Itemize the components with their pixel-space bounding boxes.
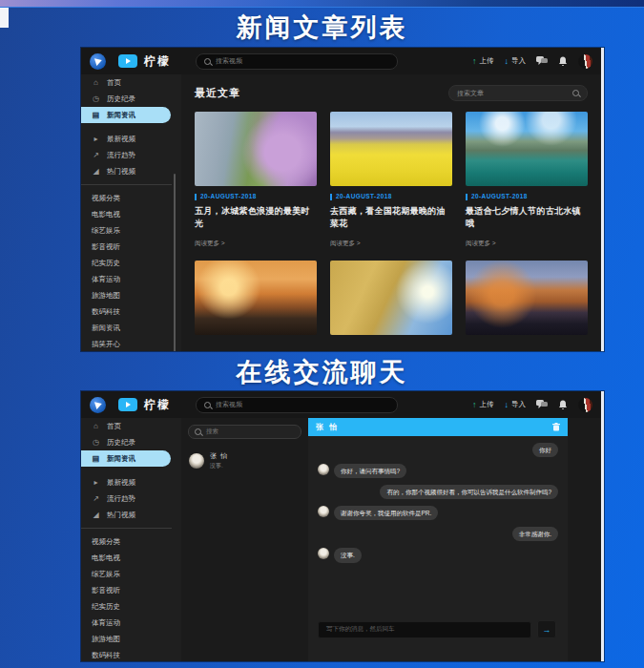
- sidebar-item-category[interactable]: 影音视听: [81, 582, 181, 598]
- sidebar-item-category[interactable]: 纪实历史: [81, 598, 181, 615]
- trash-icon[interactable]: [552, 423, 560, 431]
- contact-item[interactable]: 张 怡 没事.: [181, 448, 308, 474]
- article-image-building[interactable]: [330, 261, 452, 335]
- sidebar-item-category[interactable]: 体育运动: [81, 271, 181, 287]
- article-image-water-town[interactable]: [466, 112, 588, 186]
- message-row: 你好: [318, 443, 558, 457]
- sidebar-item-category[interactable]: 综艺娱乐: [81, 222, 181, 239]
- bell-icon[interactable]: [558, 400, 568, 410]
- article-title[interactable]: 去西藏，看全国花期最晚的油菜花: [330, 205, 452, 230]
- bell-icon[interactable]: [558, 56, 568, 67]
- sidebar-item-latest-videos[interactable]: ▸最新视频: [81, 131, 181, 147]
- conversation-title: 张 怡: [316, 422, 339, 432]
- sidebar: ⌂首页 ◷历史纪录 ▤新闻资讯 ▸最新视频 ↗流行趋势 ◢热门视频 视频分类 电…: [81, 74, 181, 351]
- messages-icon[interactable]: [536, 400, 548, 409]
- sender-avatar: [318, 464, 329, 475]
- sidebar-item-category[interactable]: 体育运动: [81, 615, 181, 631]
- chat-content: 搜索 张 怡 没事. 张 怡 你好 你好，请问有事情吗? 有的，你那个视频很好看…: [181, 418, 601, 661]
- sidebar-item-category[interactable]: 电影电视: [81, 550, 181, 566]
- sidebar-item-category[interactable]: 数码科技: [81, 303, 181, 320]
- message-row: 没事.: [318, 548, 558, 562]
- upload-button[interactable]: ↑ 上传: [472, 400, 494, 409]
- play-logo-icon[interactable]: [118, 54, 137, 68]
- sidebar-item-home[interactable]: ⌂首页: [81, 74, 181, 91]
- sidebar-item-category[interactable]: 电影电视: [81, 206, 181, 222]
- sidebar-item-news-active[interactable]: ▤新闻资讯: [81, 450, 171, 467]
- article-card[interactable]: [195, 261, 317, 335]
- sidebar-section-categories: 视频分类: [81, 190, 181, 206]
- app-navbar: 柠檬 搜索视频 ↑ 上传 ↓ 导入: [81, 48, 601, 75]
- chat-contact-list: 搜索 张 怡 没事.: [181, 418, 308, 661]
- message-row: 你好，请问有事情吗?: [318, 464, 558, 478]
- message-compose-row: 写下你的消息，然后回车 →: [318, 620, 556, 638]
- message-bubble-received: 没事.: [334, 548, 362, 562]
- sidebar-item-home[interactable]: ⌂首页: [81, 418, 181, 434]
- article-card[interactable]: [330, 261, 452, 335]
- sidebar-item-news-active[interactable]: ▤新闻资讯: [81, 107, 171, 123]
- video-search-input[interactable]: 搜索视频: [196, 53, 398, 70]
- app-window-news: 柠檬 搜索视频 ↑ 上传 ↓ 导入 ⌂首页 ◷历史纪录 ▤新闻资讯 ▸最新视频 …: [81, 48, 604, 351]
- article-date: 20-AUGUST-2018: [195, 194, 317, 200]
- import-icon: ↓: [505, 401, 509, 409]
- sidebar-item-category[interactable]: 数码科技: [81, 647, 181, 661]
- article-card[interactable]: [466, 261, 588, 335]
- news-content: 最近文章 搜索文章 20-AUGUST-2018 五月，冰城紫色浪漫的最美时光 …: [181, 74, 601, 351]
- home-icon: ⌂: [92, 78, 100, 87]
- app-logo[interactable]: [90, 53, 106, 70]
- article-image-harbor-sunset[interactable]: [195, 261, 317, 335]
- sidebar-item-hot-videos[interactable]: ◢热门视频: [81, 507, 181, 523]
- user-avatar[interactable]: [578, 398, 592, 412]
- sidebar-item-category[interactable]: 搞笑开心: [81, 336, 181, 351]
- video-search-input[interactable]: 搜索视频: [196, 397, 398, 413]
- send-button[interactable]: →: [537, 620, 556, 638]
- app-navbar: 柠檬 搜索视频 ↑ 上传 ↓ 导入: [81, 391, 601, 419]
- messages-icon[interactable]: [536, 56, 548, 66]
- message-bubble-sent: 非常感谢你.: [512, 527, 558, 541]
- sidebar-item-category[interactable]: 综艺娱乐: [81, 566, 181, 582]
- article-card[interactable]: 20-AUGUST-2018 最适合七夕情人节的古北水镇哦 阅读更多 >: [466, 112, 588, 248]
- article-card[interactable]: 20-AUGUST-2018 去西藏，看全国花期最晚的油菜花 阅读更多 >: [330, 112, 452, 248]
- conversation-pane: 张 怡 你好 你好，请问有事情吗? 有的，你那个视频很好看，你可以告诉我是什么软…: [308, 418, 568, 661]
- message-row: 有的，你那个视频很好看，你可以告诉我是什么软件制作吗?: [318, 485, 558, 499]
- read-more-link[interactable]: 阅读更多 >: [195, 240, 317, 248]
- sidebar-item-history[interactable]: ◷历史纪录: [81, 434, 181, 450]
- sidebar-item-trending[interactable]: ↗流行趋势: [81, 147, 181, 163]
- read-more-link[interactable]: 阅读更多 >: [330, 240, 452, 248]
- sidebar-item-category[interactable]: 纪实历史: [81, 255, 181, 271]
- play-logo-icon[interactable]: [118, 398, 137, 411]
- article-image-city-lilac[interactable]: [195, 112, 317, 186]
- sidebar-item-category[interactable]: 旅游地图: [81, 631, 181, 647]
- user-avatar[interactable]: [578, 54, 592, 69]
- article-title[interactable]: 最适合七夕情人节的古北水镇哦: [466, 205, 588, 230]
- sidebar-item-trending[interactable]: ↗流行趋势: [81, 491, 181, 507]
- sidebar-item-category[interactable]: 影音视听: [81, 239, 181, 255]
- sidebar-divider: [81, 528, 172, 529]
- message-input[interactable]: 写下你的消息，然后回车: [318, 621, 531, 638]
- sidebar-item-latest-videos[interactable]: ▸最新视频: [81, 474, 181, 491]
- app-logo[interactable]: [90, 397, 106, 413]
- contact-avatar: [189, 453, 204, 469]
- message-bubble-sent: 有的，你那个视频很好看，你可以告诉我是什么软件制作吗?: [380, 485, 558, 499]
- import-button[interactable]: ↓ 导入: [505, 400, 527, 409]
- bar-chart-icon: ◢: [92, 167, 100, 176]
- app-name: 柠檬: [144, 397, 171, 413]
- article-card[interactable]: 20-AUGUST-2018 五月，冰城紫色浪漫的最美时光 阅读更多 >: [195, 112, 317, 248]
- article-title[interactable]: 五月，冰城紫色浪漫的最美时光: [195, 205, 317, 230]
- article-search-input[interactable]: 搜索文章: [448, 85, 588, 101]
- import-button[interactable]: ↓ 导入: [505, 56, 527, 66]
- read-more-link[interactable]: 阅读更多 >: [466, 240, 588, 248]
- video-search-placeholder: 搜索视频: [216, 400, 242, 409]
- sidebar-item-hot-videos[interactable]: ◢热门视频: [81, 163, 181, 179]
- sidebar-scrollbar[interactable]: [174, 174, 176, 351]
- sidebar-item-category[interactable]: 新闻资讯: [81, 320, 181, 336]
- upload-icon: ↑: [472, 57, 477, 66]
- sidebar-item-history[interactable]: ◷历史纪录: [81, 91, 181, 107]
- upload-button[interactable]: ↑ 上传: [472, 56, 494, 66]
- article-image-canal-dusk[interactable]: [466, 261, 588, 335]
- contact-search-input[interactable]: 搜索: [188, 425, 301, 439]
- article-image-rapeseed-field[interactable]: [330, 112, 452, 186]
- sidebar-item-category[interactable]: 旅游地图: [81, 287, 181, 303]
- contact-search-placeholder: 搜索: [206, 428, 218, 436]
- logo-icon: [94, 56, 103, 66]
- message-list: 你好 你好，请问有事情吗? 有的，你那个视频很好看，你可以告诉我是什么软件制作吗…: [308, 436, 568, 570]
